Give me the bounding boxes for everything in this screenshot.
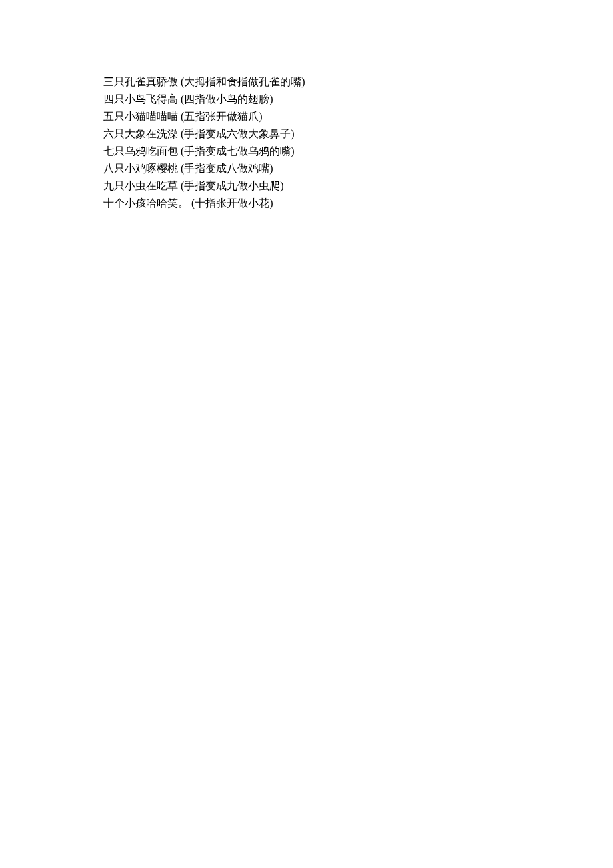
main-text: 六只大象在洗澡 bbox=[103, 128, 178, 139]
annotation-text: (手指变成六做大象鼻子) bbox=[178, 128, 295, 139]
main-text: 八只小鸡啄樱桃 bbox=[103, 163, 178, 174]
annotation-text: (五指张开做猫爪) bbox=[178, 111, 263, 122]
main-text: 九只小虫在吃草 bbox=[103, 180, 178, 191]
annotation-text: (大拇指和食指做孔雀的嘴) bbox=[178, 76, 305, 87]
annotation-text: (手指变成七做乌鸦的嘴) bbox=[178, 145, 295, 157]
text-line: 九只小虫在吃草 (手指变成九做小虫爬) bbox=[103, 177, 613, 195]
annotation-text: (四指做小鸟的翅膀) bbox=[178, 93, 273, 105]
text-line: 七只乌鸦吃面包 (手指变成七做乌鸦的嘴) bbox=[103, 143, 613, 160]
text-line: 六只大象在洗澡 (手指变成六做大象鼻子) bbox=[103, 125, 613, 143]
main-text: 七只乌鸦吃面包 bbox=[103, 145, 178, 157]
text-line: 五只小猫喵喵喵 (五指张开做猫爪) bbox=[103, 108, 613, 125]
annotation-text: (手指变成八做鸡嘴) bbox=[178, 163, 273, 174]
text-line: 四只小鸟飞得高 (四指做小鸟的翅膀) bbox=[103, 91, 613, 108]
main-text: 十个小孩哈哈笑。 bbox=[103, 197, 189, 209]
annotation-text: (手指变成九做小虫爬) bbox=[178, 180, 284, 191]
text-line: 十个小孩哈哈笑。 (十指张开做小花) bbox=[103, 195, 613, 212]
main-text: 四只小鸟飞得高 bbox=[103, 93, 178, 105]
main-text: 三只孔雀真骄傲 bbox=[103, 76, 178, 87]
main-text: 五只小猫喵喵喵 bbox=[103, 111, 178, 122]
text-line: 八只小鸡啄樱桃 (手指变成八做鸡嘴) bbox=[103, 160, 613, 177]
document-content: 三只孔雀真骄傲 (大拇指和食指做孔雀的嘴) 四只小鸟飞得高 (四指做小鸟的翅膀)… bbox=[103, 73, 613, 212]
annotation-text: (十指张开做小花) bbox=[189, 197, 273, 209]
text-line: 三只孔雀真骄傲 (大拇指和食指做孔雀的嘴) bbox=[103, 73, 613, 91]
